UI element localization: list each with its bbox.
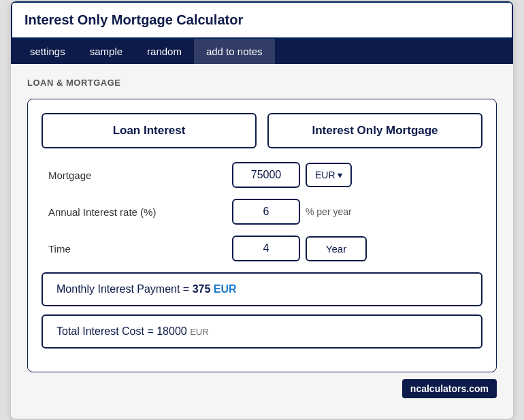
- mortgage-label: Mortgage: [42, 169, 232, 181]
- time-label: Time: [42, 243, 232, 255]
- nav-item-random[interactable]: random: [135, 39, 194, 64]
- page-title: Interest Only Mortgage Calculator: [24, 12, 243, 27]
- interest-rate-unit: % per year: [306, 206, 352, 217]
- nav-item-add-to-notes[interactable]: add to notes: [194, 39, 275, 64]
- interest-rate-input[interactable]: [232, 199, 300, 225]
- nav-item-settings[interactable]: settings: [18, 39, 78, 64]
- branding-area: ncalculators.com: [27, 379, 497, 398]
- mortgage-input[interactable]: [232, 162, 300, 188]
- monthly-result-value: 375: [193, 283, 211, 295]
- interest-only-mortgage-button[interactable]: Interest Only Mortgage: [267, 113, 482, 148]
- mortgage-row: Mortgage EUR ▾: [42, 162, 482, 188]
- title-bar: Interest Only Mortgage Calculator: [11, 1, 513, 39]
- monthly-result-box: Monthly Interest Payment = 375 EUR: [42, 272, 482, 306]
- loan-interest-button[interactable]: Loan Interest: [42, 113, 257, 148]
- total-result-currency: EUR: [190, 327, 208, 337]
- total-result-box: Total Interest Cost = 18000 EUR: [42, 314, 482, 349]
- currency-selector[interactable]: EUR ▾: [306, 163, 352, 187]
- interest-rate-row: Annual Interest rate (%) % per year: [42, 199, 482, 225]
- time-input[interactable]: [232, 236, 300, 261]
- branding-badge: ncalculators.com: [402, 379, 497, 398]
- nav-bar: settings sample random add to notes: [11, 39, 513, 64]
- total-result-label: Total Interest Cost = 18000: [56, 325, 190, 337]
- calculator-container: Interest Only Mortgage Calculator settin…: [10, 1, 514, 419]
- content-area: LOAN & MORTGAGE Loan Interest Interest O…: [11, 64, 513, 419]
- time-row: Time Year: [42, 236, 482, 261]
- interest-rate-label: Annual Interest rate (%): [42, 206, 232, 218]
- calculator-box: Loan Interest Interest Only Mortgage Mor…: [27, 99, 497, 372]
- calc-header-row: Loan Interest Interest Only Mortgage: [42, 113, 482, 148]
- monthly-result-label: Monthly Interest Payment =: [56, 283, 193, 295]
- section-label: LOAN & MORTGAGE: [27, 78, 497, 88]
- nav-item-sample[interactable]: sample: [78, 39, 135, 64]
- time-unit-selector[interactable]: Year: [306, 236, 367, 261]
- monthly-result-currency: EUR: [214, 283, 237, 295]
